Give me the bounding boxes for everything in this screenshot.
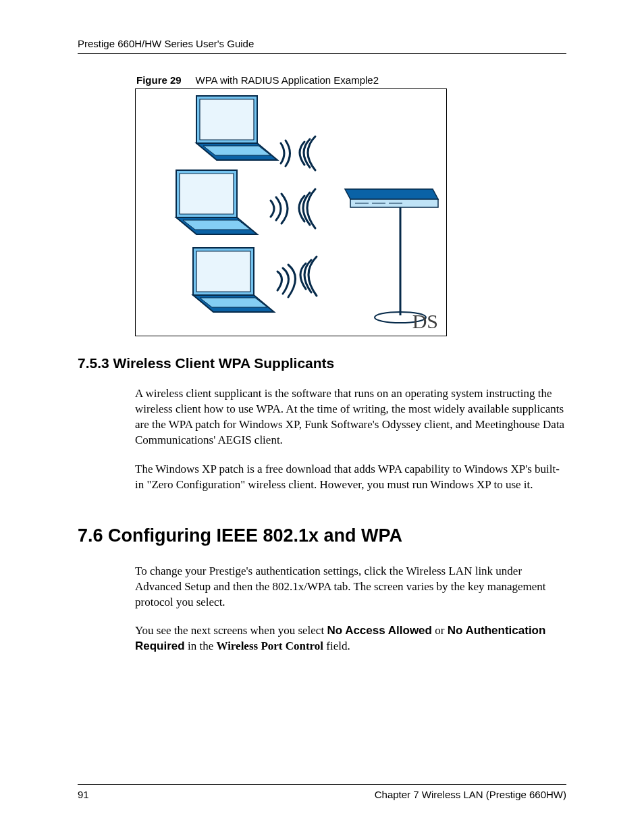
figure-label: Figure 29 — [136, 74, 182, 86]
svg-marker-18 — [200, 298, 267, 307]
body-paragraph: You see the next screens when you select… — [78, 623, 566, 654]
body-paragraph: A wireless client supplicant is the soft… — [78, 386, 566, 448]
ds-label: DS — [412, 310, 438, 333]
wpa-radius-diagram-svg — [136, 89, 446, 336]
laptop-icon — [193, 248, 274, 312]
text-run: in the — [185, 640, 217, 652]
laptop-icon — [196, 96, 277, 160]
figure-title: WPA with RADIUS Application Example2 — [196, 74, 379, 86]
figure-caption: Figure 29 WPA with RADIUS Application Ex… — [135, 74, 566, 86]
section-heading-76: 7.6 Configuring IEEE 802.1x and WPA — [78, 525, 566, 546]
wifi-waves-icon — [277, 257, 317, 297]
text-run: or — [432, 624, 448, 637]
svg-marker-0 — [345, 189, 438, 199]
page-footer: 91 Chapter 7 Wireless LAN (Prestige 660H… — [78, 784, 566, 800]
bold-text: Wireless Port Control — [216, 640, 323, 652]
svg-marker-14 — [183, 220, 250, 230]
bold-text: No Access Allowed — [327, 624, 432, 637]
body-paragraph: The Windows XP patch is a free download … — [78, 462, 566, 493]
text-run: field. — [323, 640, 350, 652]
laptop-icon — [176, 170, 257, 234]
router-icon — [345, 189, 438, 323]
svg-marker-16 — [196, 251, 250, 292]
wifi-waves-icon — [281, 136, 315, 170]
svg-marker-12 — [180, 174, 234, 214]
wifi-waves-icon — [271, 189, 315, 228]
svg-marker-10 — [203, 146, 271, 155]
document-page: Prestige 660H/HW Series User's Guide Fig… — [0, 0, 644, 834]
svg-marker-8 — [200, 99, 254, 140]
text-run: You see the next screens when you select — [135, 624, 327, 637]
subsection-heading-753: 7.5.3 Wireless Client WPA Supplicants — [78, 355, 566, 371]
figure-diagram: DS — [135, 88, 447, 336]
body-paragraph: To change your Prestige's authentication… — [78, 564, 566, 610]
chapter-label: Chapter 7 Wireless LAN (Prestige 660HW) — [375, 789, 566, 800]
page-header: Prestige 660H/HW Series User's Guide — [78, 38, 566, 54]
page-number: 91 — [78, 789, 89, 800]
figure-block: Figure 29 WPA with RADIUS Application Ex… — [135, 74, 566, 336]
header-title: Prestige 660H/HW Series User's Guide — [78, 38, 254, 49]
